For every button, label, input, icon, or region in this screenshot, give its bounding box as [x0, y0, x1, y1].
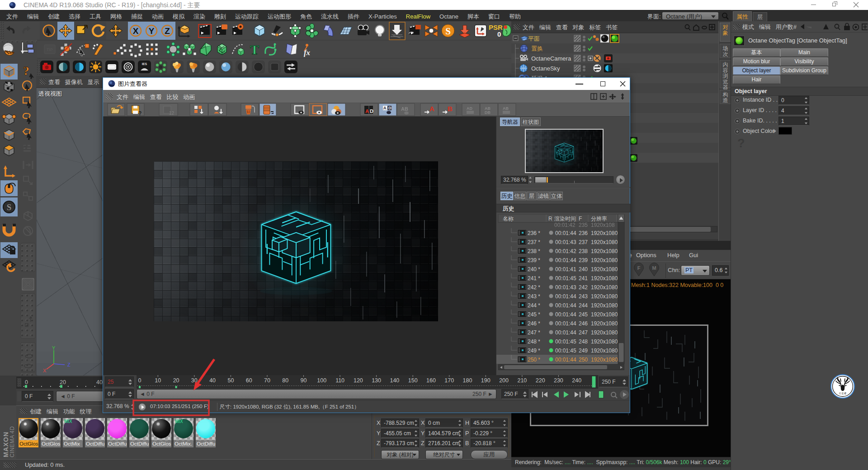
svg-text:1920x1080: 1920x1080: [591, 338, 618, 345]
svg-text:239 *: 239 *: [528, 257, 540, 263]
svg-text:236: 236: [579, 230, 588, 236]
svg-text:242: 242: [579, 284, 588, 291]
svg-text:1920x1080: 1920x1080: [591, 311, 618, 318]
svg-text:12: 12: [169, 111, 175, 116]
svg-text:150: 150: [408, 377, 418, 384]
svg-text:244 *: 244 *: [528, 302, 540, 309]
svg-text:243: 243: [579, 293, 588, 300]
svg-text:230: 230: [554, 377, 563, 384]
svg-text:?: ?: [138, 110, 142, 117]
svg-text:1920x1080: 1920x1080: [591, 320, 618, 327]
svg-text:246: 246: [579, 320, 588, 327]
svg-text:70: 70: [264, 377, 270, 384]
svg-text:0: 0: [138, 377, 142, 384]
svg-text:200: 200: [499, 377, 509, 384]
svg-text:AB: AB: [503, 106, 509, 111]
svg-text:238 *: 238 *: [528, 248, 540, 254]
svg-text:160: 160: [426, 377, 436, 384]
svg-text:M: M: [652, 265, 656, 271]
svg-text:240: 240: [572, 377, 581, 384]
svg-text:D: D: [388, 106, 392, 110]
svg-text:100: 100: [317, 377, 326, 384]
svg-text:237 *: 237 *: [528, 239, 540, 245]
svg-text:30: 30: [191, 377, 198, 384]
svg-text:1920x1080: 1920x1080: [591, 230, 618, 236]
svg-text:00:01:44: 00:01:44: [555, 302, 576, 309]
svg-text:0: 0: [25, 379, 28, 385]
svg-text:fx: fx: [304, 48, 311, 57]
svg-text:241: 241: [579, 275, 588, 282]
svg-text:A: A: [383, 106, 387, 110]
svg-text:1920x1080: 1920x1080: [591, 302, 618, 309]
svg-text:平面: 平面: [528, 35, 540, 42]
svg-text:1920x1080: 1920x1080: [591, 275, 618, 282]
svg-text:20: 20: [173, 377, 179, 384]
svg-text:00:01:44: 00:01:44: [555, 329, 576, 336]
svg-text:00:01:43: 00:01:43: [555, 239, 576, 245]
svg-text:220: 220: [536, 377, 545, 384]
svg-text:OctaneSky: OctaneSky: [531, 65, 560, 72]
svg-text:241 *: 241 *: [528, 275, 540, 282]
svg-text:00:01:45: 00:01:45: [555, 275, 576, 282]
svg-text:00:01:44: 00:01:44: [555, 311, 576, 318]
svg-text:246 *: 246 *: [528, 320, 540, 327]
svg-text:A: A: [429, 105, 434, 113]
svg-text:40: 40: [96, 379, 103, 385]
svg-text:90: 90: [301, 377, 307, 384]
svg-text:248: 248: [579, 338, 588, 345]
svg-text:Z: Z: [67, 362, 71, 367]
svg-text:80: 80: [282, 377, 288, 384]
svg-text:00:01:42: 00:01:42: [555, 248, 576, 254]
svg-text:140: 140: [390, 377, 399, 384]
svg-text:235: 235: [579, 222, 588, 228]
svg-text:?: ?: [23, 64, 29, 78]
svg-text:00:01:44: 00:01:44: [555, 257, 576, 263]
svg-text:T: T: [250, 42, 259, 57]
svg-text:OctaneCamera: OctaneCamera: [531, 55, 571, 62]
svg-text:250 *: 250 *: [528, 357, 540, 363]
svg-text:240 *: 240 *: [528, 266, 540, 273]
svg-text:245 *: 245 *: [528, 311, 540, 318]
svg-text:236 *: 236 *: [528, 230, 540, 236]
svg-text:0: 0: [497, 30, 501, 38]
svg-text:249: 249: [579, 348, 588, 354]
svg-text:1920x1080: 1920x1080: [591, 248, 618, 254]
svg-text:Y: Y: [149, 26, 155, 36]
svg-text:00:01:41: 00:01:41: [555, 266, 576, 273]
svg-text:TIP: TIP: [47, 47, 53, 52]
svg-text:240: 240: [579, 266, 588, 273]
svg-text:X: X: [133, 26, 139, 36]
svg-text:243 *: 243 *: [528, 293, 540, 300]
svg-text:00:01:42: 00:01:42: [554, 222, 576, 228]
svg-text:分辨率: 分辨率: [591, 216, 607, 222]
svg-text:1920x1080: 1920x1080: [591, 239, 618, 245]
svg-text:190: 190: [481, 377, 491, 384]
svg-text:Z: Z: [165, 26, 170, 36]
svg-text:238: 238: [579, 248, 588, 254]
svg-text:D: D: [370, 108, 373, 114]
svg-text:1920x108: 1920x108: [591, 222, 615, 228]
svg-text:F: F: [579, 216, 582, 222]
svg-text:1920x1080: 1920x1080: [591, 348, 618, 354]
svg-text:置换: 置换: [531, 45, 543, 52]
svg-text:00:01:44: 00:01:44: [555, 357, 576, 363]
svg-text:DB: DB: [485, 110, 491, 115]
svg-text:00:01:43: 00:01:43: [555, 284, 576, 291]
svg-text:名称: 名称: [503, 216, 514, 222]
svg-text:120: 120: [354, 377, 363, 384]
svg-text:00:01:44: 00:01:44: [555, 293, 576, 300]
svg-text:248 *: 248 *: [528, 338, 540, 345]
svg-text:00:01:45: 00:01:45: [555, 348, 576, 354]
svg-text:237: 237: [579, 239, 588, 245]
svg-text:渲染时间: 渲染时间: [554, 216, 576, 222]
svg-text:1920x1080: 1920x1080: [591, 257, 618, 263]
svg-text:247: 247: [579, 329, 588, 336]
svg-text:130: 130: [372, 377, 381, 384]
svg-text:00:01:44: 00:01:44: [555, 230, 576, 236]
svg-text:40: 40: [209, 377, 216, 384]
svg-text:247 *: 247 *: [528, 329, 540, 336]
svg-text:00:01:45: 00:01:45: [555, 338, 576, 345]
svg-text:239: 239: [579, 257, 588, 263]
svg-text:180: 180: [463, 377, 472, 384]
svg-text:X: X: [43, 368, 47, 373]
